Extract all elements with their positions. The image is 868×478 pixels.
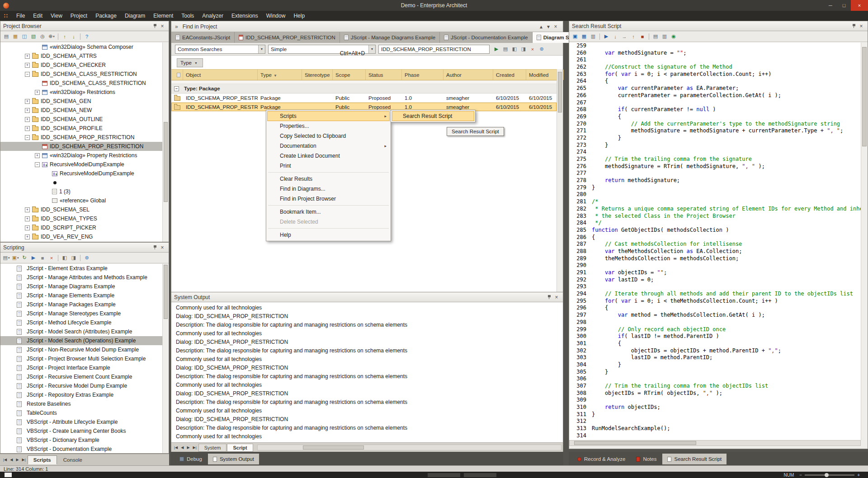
refresh-scripts-icon[interactable]: ↻ [20, 254, 28, 262]
tree-item[interactable]: IDD_SCHEMA_PROP_RESTRICTION [0, 142, 162, 151]
script-options-icon[interactable]: ⊛ [83, 254, 91, 262]
move-up-icon[interactable]: ↑ [61, 33, 69, 41]
tree-item[interactable]: +IDD_VEA_REV_ENG [0, 232, 162, 241]
script-list-item[interactable]: JScript - Element Extras Example [0, 264, 162, 273]
tree-item[interactable]: +IDD_SCHEMA_NEW [0, 106, 162, 115]
taskbar-button[interactable] [464, 473, 496, 477]
tree-expander[interactable]: + [25, 54, 30, 59]
zoom-out-icon[interactable]: − [799, 473, 802, 478]
menu-help[interactable]: Help [289, 11, 309, 21]
menu-package[interactable]: Package [91, 11, 121, 21]
new-diagram-icon[interactable]: ◫ [20, 33, 28, 41]
tree-expander[interactable]: + [25, 207, 30, 212]
menu-file[interactable]: File [12, 11, 29, 21]
pin-icon[interactable] [151, 244, 159, 251]
taskbar-start-icon[interactable] [5, 473, 12, 477]
chevron-down-icon[interactable]: ▾ [545, 23, 552, 30]
script-list-item[interactable]: JScript - Method Lifecycle Example [0, 318, 162, 327]
run-search-icon[interactable]: ▶ [492, 45, 500, 53]
menu-item-find-in-diagrams[interactable]: Find in Diagrams... [267, 184, 390, 194]
script-list-item[interactable]: JScript - Recursive Element Count Exampl… [0, 372, 162, 381]
tree-item[interactable]: −IDD_SCHEMA_CLASS_RESTRICTION [0, 70, 162, 79]
stop-script-icon[interactable]: ■ [38, 254, 47, 262]
tree-item[interactable]: «win32Dialog» Schema Composer [0, 42, 162, 52]
pin-icon[interactable] [850, 23, 858, 30]
dock-tab-system-output[interactable]: System Output [208, 454, 259, 464]
next-tab-icon[interactable]: ▶ [185, 445, 191, 450]
column-header-object[interactable]: Object [183, 70, 258, 80]
script-list-item[interactable]: JScript - Model Search (Attributes) Exam… [0, 327, 162, 336]
tree-item[interactable]: +IDD_SCHEMA_PROFILE [0, 124, 162, 133]
script-list-item[interactable]: Restore Baselines [0, 399, 162, 408]
script-list-item[interactable]: JScript - Manage Diagrams Example [0, 282, 162, 291]
script-list-item[interactable]: VBScript - Dictionary Example [0, 436, 162, 445]
tree-expander[interactable]: + [25, 117, 30, 122]
close-panel-icon[interactable]: × [858, 23, 865, 30]
menu-item-find-in-project-browser[interactable]: Find in Project Browser [267, 194, 390, 204]
tree-expander[interactable]: + [25, 108, 30, 113]
dock-tab-notes[interactable]: Notes [631, 454, 661, 464]
code-hscrollbar[interactable] [569, 440, 861, 446]
copy-results-icon[interactable]: ◧ [510, 45, 519, 53]
tree-item[interactable]: +IDD_SCHEMA_TYPES [0, 214, 162, 223]
new-element-icon[interactable]: ▧ [29, 33, 38, 41]
pin-icon[interactable] [546, 294, 553, 301]
new-script-group-icon[interactable]: ▣▾ [11, 254, 19, 262]
tree-expander[interactable]: − [25, 135, 30, 140]
system-output-hscrollbar[interactable] [257, 445, 561, 450]
save-icon[interactable]: ▣ [571, 33, 579, 41]
step-into-icon[interactable]: ↓ [611, 33, 619, 41]
run-script-icon[interactable]: ▶ [29, 254, 38, 262]
tree-item[interactable]: «reference» Global [0, 196, 162, 205]
tree-item[interactable] [0, 178, 162, 187]
print-icon[interactable]: ▥ [589, 33, 597, 41]
script-list-item[interactable]: JScript - Model Search (Operations) Exam… [0, 336, 162, 345]
menu-element[interactable]: Element [149, 11, 177, 21]
tree-item[interactable]: +IDD_SCHEMA_OUTLINE [0, 115, 162, 124]
link-icon[interactable]: ⊕▾ [47, 33, 56, 41]
tree-item[interactable]: 1 (3) [0, 187, 162, 196]
menu-view[interactable]: View [47, 11, 66, 21]
tree-expander[interactable]: + [25, 216, 30, 221]
code-editor[interactable]: 259260 var methodSignature = "";261262 /… [569, 42, 861, 440]
paste-icon[interactable]: ◨ [70, 254, 78, 262]
first-tab-icon[interactable]: |◀ [173, 445, 179, 450]
tree-expander[interactable]: + [25, 63, 30, 68]
tree-expander[interactable]: + [25, 99, 30, 104]
results-scrollbar[interactable] [557, 69, 563, 292]
run-script-icon[interactable]: ▶ [602, 33, 610, 41]
menu-item-print[interactable]: Print [267, 161, 390, 171]
menu-project[interactable]: Project [66, 11, 91, 21]
tab-scripts[interactable]: Scripts [28, 455, 57, 464]
tree-item[interactable]: +IDD_SCHEMA_GEN [0, 97, 162, 106]
output-tab-script[interactable]: Script [227, 444, 253, 452]
dock-tab-record-analyze[interactable]: Record & Analyze [572, 454, 630, 464]
prev-tab-icon[interactable]: ◀ [9, 458, 14, 462]
next-tab-icon[interactable]: ▶ [14, 458, 20, 462]
open-file-icon[interactable]: ▥ [660, 33, 669, 41]
group-by-type-button[interactable]: Type ▼ [177, 58, 203, 67]
script-list-item[interactable]: VBScript - Create Learning Center Books [0, 426, 162, 436]
script-list-item[interactable]: VBScript - Documentation Example [0, 445, 162, 453]
last-tab-icon[interactable]: ▶| [192, 445, 198, 450]
tree-expander[interactable]: + [35, 90, 40, 95]
tab-console[interactable]: Console [57, 455, 88, 464]
close-panel-icon[interactable]: × [159, 23, 166, 30]
scripting-scrollbar[interactable] [162, 264, 169, 453]
pin-icon[interactable] [151, 23, 159, 30]
script-list-item[interactable]: JScript - Non-Recursive Model Dump Examp… [0, 345, 162, 354]
tree-item[interactable]: +IDD_SCHEMA_CHECKER [0, 61, 162, 70]
tree-expander[interactable]: + [25, 225, 30, 230]
tree-item[interactable]: RecursiveModelDumpExample [0, 169, 162, 178]
script-list-item[interactable]: JScript - Manage Stereotypes Example [0, 309, 162, 318]
dock-tab-search-result-script[interactable]: Search Result Script [662, 454, 726, 464]
close-panel-icon[interactable]: × [553, 294, 560, 301]
menu-edit[interactable]: Edit [29, 11, 47, 21]
zoom-slider[interactable]: − + [799, 473, 860, 478]
zoom-in-icon[interactable]: + [857, 473, 860, 478]
copy-icon[interactable]: ◧ [61, 254, 69, 262]
stop-icon[interactable]: ■ [638, 33, 646, 41]
browse-icon[interactable]: ▤ [2, 33, 10, 41]
menu-item-search-result-script[interactable]: Search Result Script [392, 111, 474, 121]
script-list-item[interactable]: JScript - Project Browser Multi Selectio… [0, 354, 162, 363]
